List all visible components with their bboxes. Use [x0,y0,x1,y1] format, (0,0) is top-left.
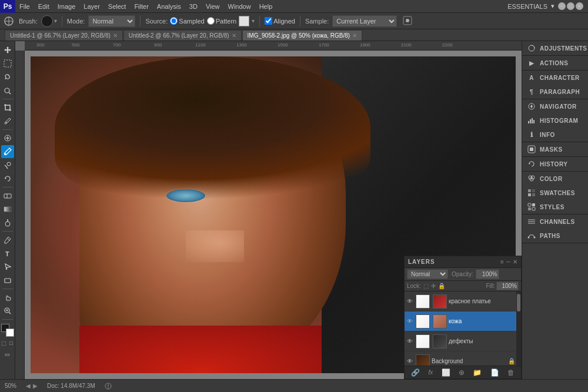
panel-masks[interactable]: MASKS [522,142,588,156]
tool-quick-select[interactable] [1,84,14,97]
layer-row-1[interactable]: 👁 кожа [405,311,516,331]
screen-mode-btn[interactable]: ▭ [1,348,14,361]
add-group-btn[interactable]: 📁 [473,368,482,377]
tool-gradient[interactable] [1,203,14,216]
pattern-preview[interactable] [239,16,249,26]
panel-info[interactable]: ℹ INFO [522,128,588,142]
tool-text[interactable]: T [1,247,14,260]
menu-help[interactable]: Help [255,2,277,11]
layer-vis-1[interactable]: 👁 [406,317,414,326]
menu-3d[interactable]: 3D [185,2,202,11]
tool-brush[interactable] [1,145,14,158]
opacity-field[interactable] [476,269,499,279]
sample-select[interactable]: Current Layer All Layers Current & Below [332,15,397,27]
pattern-arrow[interactable]: ▾ [252,18,255,24]
tool-dodge[interactable] [1,216,14,229]
sampled-radio[interactable]: Sampled [170,17,204,25]
tool-rect-shape[interactable] [1,274,14,287]
tool-crop[interactable] [1,101,14,114]
panel-paragraph[interactable]: ¶ PARAGRAPH [522,85,588,99]
panel-histogram[interactable]: HISTOGRAM [522,113,588,128]
tab-2[interactable]: IMG_9058-2.jpg @ 50% (кожа, RGB/8) ✕ [242,30,363,41]
tab-1[interactable]: Untitled-2 @ 66.7% (Layer 20, RGB/8) ✕ [123,30,242,41]
nav-left[interactable]: ◀ [26,383,31,389]
tool-marquee[interactable] [1,57,14,70]
menu-analysis[interactable]: Analysis [153,2,185,11]
panel-actions[interactable]: ▶ ACTIONS [522,56,588,70]
layer-vis-2[interactable]: 👁 [406,337,414,346]
layer-row-3[interactable]: 👁 Background 🔒 [405,351,516,366]
layer-vis-3[interactable]: 👁 [406,357,414,366]
maximize-button[interactable]: □ [567,2,574,10]
workspace-label[interactable]: ESSENTIALS [507,3,547,10]
lock-all[interactable]: 🔒 [438,283,445,289]
blend-mode-select[interactable]: Normal Multiply Screen [407,269,448,279]
layers-panel-options[interactable]: ≡ [500,259,504,265]
brush-preview[interactable] [41,15,53,27]
tool-lasso[interactable] [1,71,14,83]
add-link-btn[interactable]: 🔗 [411,368,420,377]
brush-picker[interactable]: ▾ [41,15,57,27]
brush-arrow[interactable]: ▾ [54,18,57,24]
add-mask-btn[interactable]: ⬜ [442,368,450,377]
tool-zoom[interactable] [1,304,14,317]
layer-row-2[interactable]: 👁 дефекты [405,331,516,351]
panel-paths[interactable]: PATHS [522,229,588,243]
panel-history[interactable]: HISTORY [522,157,588,171]
tool-eyedropper[interactable] [1,115,14,128]
fx-btn[interactable]: fx [428,369,433,376]
tab-0-close[interactable]: ✕ [113,32,118,39]
menu-edit[interactable]: Edit [34,2,54,11]
screen-mode[interactable]: ▭ [1,348,14,361]
tool-eraser[interactable] [1,189,14,202]
tab-2-close[interactable]: ✕ [352,32,357,39]
panel-adjustments[interactable]: ADJUSTMENTS [522,41,588,55]
add-adjustment-btn[interactable]: ⊕ [459,368,465,377]
tool-history-brush[interactable] [1,172,14,185]
tool-move[interactable] [1,43,14,56]
panel-navigator[interactable]: NAVIGATOR [522,99,588,113]
tool-spot-heal[interactable] [1,132,14,145]
tool-clone-stamp[interactable] [1,159,14,172]
aligned-checkbox[interactable]: Aligned [265,17,295,25]
tool-path-select[interactable] [1,260,14,273]
panel-channels[interactable]: CHANNELS [522,215,588,229]
panel-swatches[interactable]: SWATCHES [522,186,588,200]
layers-panel-close[interactable]: ✕ [513,259,517,265]
layers-panel-collapse[interactable]: ─ [506,259,510,265]
layer-row-0[interactable]: 👁 красное платье [405,292,516,311]
minimize-button[interactable]: ─ [558,2,566,10]
menu-file[interactable]: File [15,2,34,11]
workspace-arrow[interactable]: ▾ [551,2,554,10]
panel-character[interactable]: A CHARACTER [522,71,588,85]
fill-field[interactable] [496,282,519,290]
standard-mode[interactable]: □ [8,340,15,346]
close-button[interactable]: ✕ [576,2,583,10]
tab-0[interactable]: Untitled-1 @ 66.7% (Layer 20, RGB/8) ✕ [5,30,123,41]
menu-select[interactable]: Select [104,2,131,11]
quick-mask[interactable]: ⬚ [1,340,7,346]
add-layer-btn[interactable]: 📄 [490,368,499,377]
menu-view[interactable]: View [202,2,224,11]
pattern-radio[interactable]: Pattern [207,17,236,25]
background-color[interactable] [6,329,14,337]
layer-vis-0[interactable]: 👁 [406,297,414,306]
scroll-thumb[interactable] [517,294,520,311]
panel-styles[interactable]: STYLES [522,200,588,214]
tool-hand[interactable] [1,291,14,304]
panel-color[interactable]: COLOR [522,172,588,186]
svg-point-53 [534,237,536,239]
layers-scrollbar[interactable] [516,292,521,366]
menu-filter[interactable]: Filter [130,2,152,11]
tab-1-close[interactable]: ✕ [232,32,236,39]
menu-window[interactable]: Window [224,2,255,11]
mode-select[interactable]: Normal [88,15,135,27]
lock-pixels[interactable]: ⬚ [423,283,429,289]
menu-image[interactable]: Image [54,2,80,11]
menu-layer[interactable]: Layer [79,2,104,11]
tool-pen[interactable] [1,233,14,246]
nav-right[interactable]: ▶ [33,383,38,389]
delete-layer-btn[interactable]: 🗑 [507,368,514,377]
layer-preview-3 [416,354,430,366]
lock-position[interactable]: ✛ [431,283,436,289]
